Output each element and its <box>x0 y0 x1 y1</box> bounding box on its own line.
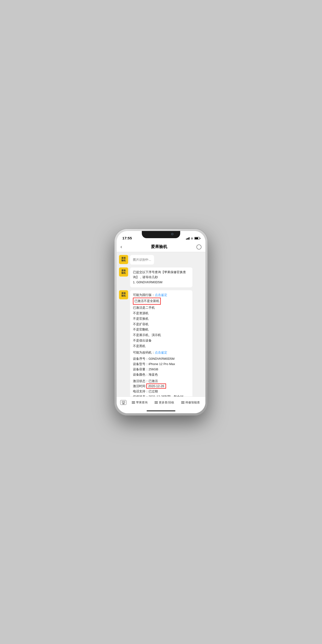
serial-label: 设备序号：G0NDVKRM0D5M <box>133 357 174 360</box>
chat-area: 爱果验机 图片识别中... 爱果验机 已提交以下序号查询【苹果保修官换查询】，请… <box>116 252 206 396</box>
bubble-2: 已提交以下序号查询【苹果保修官换查询】，请等待几秒1. G0NDVKRM0D5M <box>130 268 192 287</box>
status-time: 17:55 <box>122 236 132 240</box>
tab-2-label: 更多查/回收 <box>159 400 174 405</box>
guohang-row: 可能为国行版：点击鉴定 <box>133 292 190 298</box>
nav-bar: ‹ 爱果验机 ◯ <box>116 242 206 252</box>
keyboard-button[interactable] <box>118 400 128 405</box>
capacity-row: 设备容量：256GB <box>133 367 190 372</box>
avatar-1: 爱果验机 <box>119 255 128 264</box>
tab-items: 苹果查询 更多查/回收 终极智能查 <box>128 400 204 405</box>
wifi-icon: ⊜ <box>191 237 193 240</box>
model-row: 设备型号：iPhone 12 Pro Max <box>133 362 190 367</box>
phone-support-row: 电话支持：已过期 <box>133 389 190 394</box>
chat-message-3: 爱果验机 可能为国行版：点击鉴定 已激活不是全新机 已激活是二手机 不是资源机 <box>119 290 203 396</box>
gaima-row: 可能为改码机：点击鉴定 <box>133 350 190 355</box>
notch <box>142 231 180 238</box>
signal-icon <box>186 237 190 240</box>
front-camera <box>171 233 174 235</box>
phone-frame: 17:55 ⊜ ‹ 爱果验机 ◯ <box>114 228 208 416</box>
color-label: 设备颜色：海蓝色 <box>133 373 158 376</box>
status-not-display: 不是展示机、演示机 <box>133 333 190 338</box>
tab-more-query[interactable]: 更多查/回收 <box>154 400 174 405</box>
activation-time-value: 2020-12-26 <box>146 384 166 388</box>
activation-time-row: 激活时间 2020-12-26 <box>133 384 190 389</box>
bubble-1: 图片识别中... <box>130 255 154 265</box>
chat-message-2: 爱果验机 已提交以下序号查询【苹果保修官换查询】，请等待几秒1. G0NDVKR… <box>119 268 203 287</box>
serial-row: 设备序号：G0NDVKRM0D5M <box>133 356 190 362</box>
status-not-refurb: 不是官翻机 <box>133 327 190 332</box>
gaima-link[interactable]: 点击鉴定 <box>155 351 167 354</box>
status-not-official-swap: 不是官换机 <box>133 316 190 322</box>
status-not-blacklist: 不是黑机 <box>133 344 190 349</box>
user-icon[interactable]: ◯ <box>196 244 202 250</box>
activation-details: 激活状态：已激活 激活时间 2020-12-26 电话支持：已过期 保修状态：2… <box>133 379 190 396</box>
status-lines: 已激活是二手机 不是资源机 不是官换机 不是扩容机 不是官翻机 不是展示机、演示… <box>133 305 190 348</box>
activation-status-row: 激活状态：已激活 <box>133 379 190 384</box>
phone-screen: 17:55 ⊜ ‹ 爱果验机 ◯ <box>116 231 206 413</box>
bubble-3: 可能为国行版：点击鉴定 已激活不是全新机 已激活是二手机 不是资源机 不是官换机… <box>130 290 192 396</box>
chat-message-1: 爱果验机 图片识别中... <box>119 255 203 265</box>
guohang-label: 可能为国行版： <box>133 293 155 297</box>
tab-apple-query[interactable]: 苹果查询 <box>132 400 148 405</box>
activated-not-new: 已激活不是全新机 <box>133 298 161 304</box>
message-text-2: 已提交以下序号查询【苹果保修官换查询】，请等待几秒1. G0NDVKRM0D5M <box>133 270 186 284</box>
battery-icon <box>194 237 200 240</box>
keyboard-icon <box>120 400 126 405</box>
tab-ultimate-query[interactable]: 终极智能查 <box>181 400 200 405</box>
tab-bars-icon-2 <box>154 401 158 404</box>
activated-new-row: 已激活不是全新机 <box>133 298 190 305</box>
warranty-row: 保修状态：2021-12-25到期，剩余86天。 <box>133 394 190 396</box>
avatar-3: 爱果验机 <box>119 290 128 299</box>
status-not-loan: 不是借出设备 <box>133 338 190 343</box>
message-text-1: 图片识别中... <box>133 258 151 262</box>
tab-bars-icon-1 <box>132 401 135 404</box>
capacity-label: 设备容量：256GB <box>133 368 158 371</box>
back-button[interactable]: ‹ <box>120 244 122 250</box>
tab-bars-icon-3 <box>181 401 184 404</box>
status-icons: ⊜ <box>186 237 200 240</box>
nav-title: 爱果验机 <box>151 244 167 250</box>
tab-1-label: 苹果查询 <box>136 400 148 405</box>
tab-bar: 苹果查询 更多查/回收 终极智能查 <box>116 396 206 408</box>
color-row: 设备颜色：海蓝色 <box>133 372 190 377</box>
home-indicator <box>116 408 206 413</box>
device-details: 设备序号：G0NDVKRM0D5M 设备型号：iPhone 12 Pro Max… <box>133 356 190 377</box>
gaima-label: 可能为改码机： <box>133 351 155 354</box>
avatar-2: 爱果验机 <box>119 268 128 276</box>
guohang-link[interactable]: 点击鉴定 <box>155 293 167 297</box>
status-not-resource: 不是资源机 <box>133 311 190 316</box>
model-label: 设备型号：iPhone 12 Pro Max <box>133 362 175 366</box>
status-secondhand: 已激活是二手机 <box>133 305 190 310</box>
home-bar <box>146 410 176 411</box>
tab-3-label: 终极智能查 <box>186 400 200 405</box>
status-not-expanded: 不是扩容机 <box>133 322 190 327</box>
